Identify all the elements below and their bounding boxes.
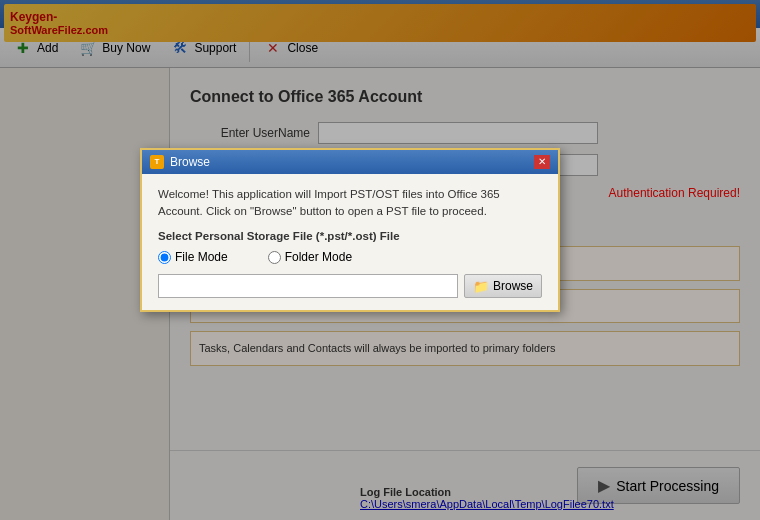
modal-title-text: Browse: [170, 155, 210, 169]
browse-folder-icon: 📁: [473, 279, 489, 294]
browse-btn-label: Browse: [493, 279, 533, 293]
folder-mode-radio[interactable]: [268, 251, 281, 264]
modal-body: Welcome! This application will Import PS…: [142, 174, 558, 311]
radio-group: File Mode Folder Mode: [158, 250, 542, 264]
folder-mode-option[interactable]: Folder Mode: [268, 250, 352, 264]
modal-app-icon: T: [150, 155, 164, 169]
modal-select-label: Select Personal Storage File (*.pst/*.os…: [158, 230, 542, 242]
modal-overlay: T Browse ✕ Welcome! This application wil…: [0, 0, 760, 520]
folder-mode-label: Folder Mode: [285, 250, 352, 264]
file-mode-option[interactable]: File Mode: [158, 250, 228, 264]
modal-title-left: T Browse: [150, 155, 210, 169]
browse-file-input[interactable]: [158, 274, 458, 298]
file-mode-radio[interactable]: [158, 251, 171, 264]
modal-title-bar: T Browse ✕: [142, 150, 558, 174]
modal-welcome-text: Welcome! This application will Import PS…: [158, 186, 542, 221]
file-mode-label: File Mode: [175, 250, 228, 264]
browse-button[interactable]: 📁 Browse: [464, 274, 542, 298]
browse-modal: T Browse ✕ Welcome! This application wil…: [140, 148, 560, 313]
modal-close-button[interactable]: ✕: [534, 155, 550, 169]
browse-row: 📁 Browse: [158, 274, 542, 298]
